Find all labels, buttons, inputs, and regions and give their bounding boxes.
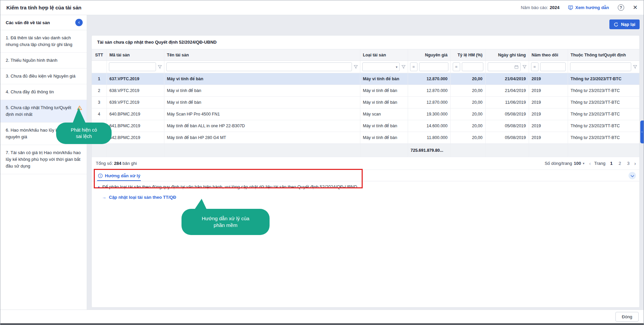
filter-input-nam-theo-doi[interactable]: [542, 64, 564, 69]
page-2[interactable]: 2: [617, 160, 622, 166]
arrow-right-icon: →: [102, 195, 106, 200]
column-header-ma-tai-san[interactable]: Mã tài sản: [107, 49, 164, 61]
column-header-stt[interactable]: STT: [92, 49, 107, 61]
filter-operator-equals[interactable]: =: [531, 62, 538, 71]
app-window: Kiểm tra tính hợp lệ của tài sản Năm báo…: [0, 0, 644, 325]
filter-cell-ty-le-hm: =: [450, 61, 485, 73]
filter-input-ty-le-hm[interactable]: [464, 64, 481, 69]
chevron-down-icon: ▾: [396, 65, 397, 69]
filter-funnel-icon[interactable]: [633, 65, 637, 69]
prev-page-button[interactable]: ‹: [589, 160, 591, 166]
filter-input-ngay-ghi-tang[interactable]: [490, 64, 514, 69]
main-content: Nạp lại Tài sản chưa cập nhật theo Quyết…: [87, 15, 644, 310]
filter-cell-ma-tai-san: [107, 61, 164, 73]
report-year-label: Năm báo cáo:: [521, 5, 548, 10]
column-header-nguyen-gia[interactable]: Nguyên giá: [408, 49, 450, 61]
table-row[interactable]: 1 637.VPTC.2019 Máy vi tính để bàn Máy v…: [92, 73, 639, 85]
filter-cell-nam-theo-doi: =: [529, 61, 568, 73]
sidebar-item-issue-1[interactable]: 1. Đã thêm tài sản vào danh sách nhưng c…: [0, 30, 87, 53]
cell-ma-tai-san: 639.VPTC.2019: [107, 97, 164, 108]
cell-nam-theo-doi: 2019: [529, 85, 568, 97]
filter-funnel-icon[interactable]: [522, 65, 527, 69]
update-asset-type-link[interactable]: → Cập nhật loại tài sản theo TT/QĐ: [92, 190, 639, 200]
filter-operator-equals[interactable]: =: [410, 62, 417, 71]
callout-software-guide: Hướng dẫn xử lý của phần mềm: [182, 209, 270, 235]
column-header-ten-tai-san[interactable]: Tên tài sản: [164, 49, 360, 61]
filter-input-ten-tai-san[interactable]: [168, 64, 350, 69]
cell-loai-tai-san: Máy vi tính để bàn: [360, 97, 408, 108]
record-count-value: 284: [114, 161, 121, 166]
sidebar-item-issue-3[interactable]: 3. Chưa đủ điều kiện về Nguyên giá: [0, 68, 87, 84]
cell-nam-theo-doi: 2019: [529, 73, 568, 85]
view-guide-label: Xem hướng dẫn: [575, 5, 609, 10]
page-label: Trang: [594, 161, 605, 166]
collapse-guide-button[interactable]: [629, 172, 636, 179]
cell-nguyen-gia: 12.870.000: [408, 85, 450, 97]
next-page-button[interactable]: ›: [634, 160, 636, 166]
filter-select-loai-tai-san[interactable]: ▾: [362, 62, 400, 71]
filter-operator-equals[interactable]: =: [453, 62, 460, 71]
cell-ma-tai-san: 640.BPMC.2019: [107, 108, 164, 120]
sidebar-item-issue-5[interactable]: 5. Chưa cập nhật Thông tư/Quyết định mới…: [0, 100, 87, 123]
sidebar-item-issue-7[interactable]: 7. Tài sản có giá trị Hao mòn/khấu hao l…: [0, 145, 87, 174]
cell-nguyen-gia: 12.870.000: [408, 73, 450, 85]
column-header-nam-theo-doi[interactable]: Năm theo dõi: [529, 49, 568, 61]
sidebar-item-issue-4[interactable]: 4. Chưa đầy đủ thông tin: [0, 84, 87, 100]
close-icon[interactable]: ✕: [633, 5, 638, 10]
filter-funnel-icon[interactable]: [354, 65, 358, 69]
callout-detection: Phát hiện có sai lệch: [56, 123, 112, 144]
tab-huong-dan-xu-ly[interactable]: Hướng dẫn xử lý: [97, 173, 141, 181]
view-guide-link[interactable]: Xem hướng dẫn: [568, 5, 609, 10]
table-row[interactable]: 5 641.BPMC.2019 Máy tính để bàn ALL in o…: [92, 120, 639, 132]
table-row[interactable]: 2 638.VPTC.2019 Máy vi tính để bàn Máy v…: [92, 85, 639, 97]
refresh-icon: [614, 22, 618, 27]
cell-loai-tai-san: Máy vi tính để bàn: [360, 132, 408, 144]
sidebar-collapse-button[interactable]: ‹: [75, 19, 83, 26]
close-dialog-button[interactable]: Đóng: [615, 312, 639, 322]
cell-stt: 4: [92, 108, 107, 120]
guide-instruction: ● Để phân loại tài sản theo đúng quy địn…: [92, 181, 639, 190]
chevron-down-icon: ▾: [583, 161, 585, 165]
assets-table: STT Mã tài sản Tên tài sản Loại tài sản …: [92, 49, 639, 157]
guide-tab-label: Hướng dẫn xử lý: [105, 173, 140, 178]
cell-thuoc-thong-tu: Thông tư 23/2023/TT-BTC: [568, 85, 639, 97]
help-icon[interactable]: ?: [618, 4, 624, 11]
reload-button[interactable]: Nạp lại: [609, 19, 640, 29]
cell-ma-tai-san: 641.BPMC.2019: [107, 120, 164, 132]
cell-nam-theo-doi: 2019: [529, 97, 568, 108]
cell-ty-le-hm: 20,00: [450, 73, 485, 85]
calendar-icon[interactable]: [514, 65, 519, 69]
page-1[interactable]: 1: [609, 160, 614, 166]
info-icon: [98, 173, 103, 178]
cell-ten-tai-san: Máy vi tính để bàn: [164, 85, 360, 97]
table-row[interactable]: 4 640.BPMC.2019 Máy Scan HP Pro 4500 FN1…: [92, 108, 639, 120]
table-row[interactable]: 3 639.VPTC.2019 Máy vi tính để bàn Máy v…: [92, 97, 639, 108]
column-header-thuoc-thong-tu[interactable]: Thuộc Thông tư/Quyết định: [568, 49, 639, 61]
table-filter-row: ▾ = =: [92, 61, 639, 73]
cell-ngay-ghi-tang: 11/06/2019: [485, 97, 529, 108]
column-header-ngay-ghi-tang[interactable]: Ngày ghi tăng: [485, 49, 529, 61]
filter-input-nguyen-gia[interactable]: [421, 64, 446, 69]
column-header-loai-tai-san[interactable]: Loại tài sản: [360, 49, 408, 61]
right-panel-handle[interactable]: ‹: [640, 121, 644, 143]
summary-nguyen-gia-total: 725.691.879.80...: [408, 144, 450, 157]
column-header-ty-le-hm[interactable]: Tỷ lệ HM (%): [450, 49, 485, 61]
filter-funnel-icon[interactable]: [158, 65, 162, 69]
cell-ngay-ghi-tang: 21/04/2019: [485, 85, 529, 97]
page-3[interactable]: 3: [626, 160, 631, 166]
filter-cell-nguyen-gia: =: [408, 61, 450, 73]
filter-cell-loai-tai-san: ▾: [360, 61, 408, 73]
cell-nam-theo-doi: 2019: [529, 132, 568, 144]
filter-input-thuoc-thong-tu[interactable]: [572, 64, 630, 69]
sidebar-item-issue-2[interactable]: 2. Thiếu Nguồn hình thành: [0, 53, 87, 68]
filter-input-ma-tai-san[interactable]: [111, 64, 154, 69]
cell-nam-theo-doi: 2019: [529, 120, 568, 132]
cell-ngay-ghi-tang: 05/08/2019: [485, 120, 529, 132]
cell-nguyen-gia: 14.600.000: [408, 120, 450, 132]
filter-funnel-icon[interactable]: [401, 65, 406, 69]
table-title: Tài sản chưa cập nhật theo Quyết định 52…: [92, 36, 639, 49]
rows-per-page-select[interactable]: Số dòng/trang 100 ▾: [545, 161, 584, 166]
cell-stt: 2: [92, 85, 107, 97]
cell-ngay-ghi-tang: 05/08/2019: [485, 108, 529, 120]
table-row[interactable]: 6 642.BPMC.2019 Máy tính để bàn HP 280 G…: [92, 132, 639, 144]
